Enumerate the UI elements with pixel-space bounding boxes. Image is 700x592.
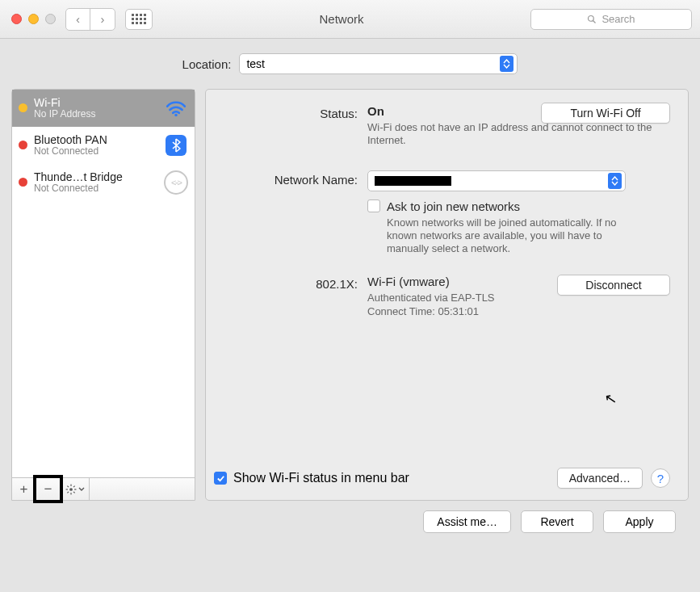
zoom-window-button [45,14,56,24]
assist-me-button[interactable]: Assist me… [423,510,511,533]
8021x-row: 802.1X: Wi-Fi (vmware) Authenticated via… [214,275,670,318]
sidebar-item-text: Bluetooth PAN Not Connected [34,133,157,157]
back-button[interactable]: ‹ [66,9,90,30]
wifi-icon [164,99,188,117]
remove-service-button[interactable]: − [36,478,61,500]
content-area: Location: test Wi-Fi No IP Address [0,39,700,543]
main-row: Wi-Fi No IP Address Bluetooth PAN Not Co… [11,89,689,501]
sidebar-item-status: Not Connected [34,183,157,195]
network-name-value [375,176,451,186]
svg-point-0 [589,15,594,21]
network-name-dropdown[interactable] [367,170,626,191]
svg-rect-4 [70,484,71,485]
8021x-connect-time: Connect Time: 05:31:01 [367,305,670,318]
add-service-button[interactable]: + [12,478,36,500]
bottom-buttons: Assist me… Revert Apply [11,501,689,533]
sidebar-item-name: Wi-Fi [34,96,157,109]
show-menu-bar-row: Show Wi-Fi status in menu bar [214,471,409,485]
8021x-profile-name: Wi-Fi (vmware) [367,275,450,288]
nav-back-forward: ‹ › [65,8,115,31]
location-value: test [246,57,500,70]
search-field[interactable]: Search [530,9,692,30]
svg-rect-10 [73,485,74,487]
minimize-window-button[interactable] [28,14,39,24]
network-name-label: Network Name: [214,170,367,187]
search-icon [587,15,597,24]
chevron-down-icon [78,487,85,491]
sidebar-footer: + − [12,477,195,500]
svg-rect-7 [74,489,76,489]
sidebar-item-name: Thunde…t Bridge [34,170,157,183]
status-value: On [367,104,384,118]
cursor-icon: ↖ [603,389,618,409]
svg-rect-11 [66,491,68,493]
ask-to-join-row: Ask to join new networks [367,199,670,213]
status-dot-icon [19,178,27,187]
svg-rect-6 [65,489,67,489]
help-button[interactable]: ? [651,468,670,488]
svg-point-3 [69,488,73,491]
panel-footer: Show Wi-Fi status in menu bar Advanced… … [214,468,670,489]
svg-line-1 [593,20,596,23]
sidebar-item-text: Wi-Fi No IP Address [34,96,157,120]
thunderbolt-icon: <···> [164,170,188,195]
sidebar-item-status: Not Connected [34,146,157,157]
8021x-label: 802.1X: [214,275,367,291]
service-actions-menu[interactable] [61,478,90,500]
sidebar-item-bluetooth-pan[interactable]: Bluetooth PAN Not Connected [12,127,195,164]
minus-icon: − [44,481,52,498]
traffic-lights [11,14,56,24]
detail-panel: Status: On Wi-Fi does not have an IP add… [205,89,689,501]
status-dot-icon [19,141,27,149]
show-all-prefs-button[interactable] [125,9,153,30]
ask-to-join-subtext: Known networks will be joined automatica… [367,216,618,256]
sidebar-item-status: No IP Address [34,109,157,120]
show-menu-bar-label: Show Wi-Fi status in menu bar [233,471,409,485]
status-row: Status: On Wi-Fi does not have an IP add… [214,104,670,148]
svg-rect-5 [70,493,71,494]
location-dropdown[interactable]: test [239,53,518,74]
close-window-button[interactable] [11,14,22,24]
network-name-row: Network Name: Ask to join new networks [214,170,670,256]
sidebar-item-wifi[interactable]: Wi-Fi No IP Address [12,90,195,127]
svg-rect-9 [73,491,74,493]
revert-button[interactable]: Revert [521,510,593,533]
bluetooth-icon [164,135,188,156]
svg-point-2 [174,114,177,116]
location-label: Location: [182,57,232,71]
search-placeholder: Search [601,13,635,25]
network-name-value-block: Ask to join new networks Known networks … [367,170,670,256]
status-subtext: Wi-Fi does not have an IP address and ca… [367,121,670,148]
sidebar-item-name: Bluetooth PAN [34,133,157,146]
ask-to-join-checkbox[interactable] [367,199,380,212]
sidebar-item-text: Thunde…t Bridge Not Connected [34,170,157,195]
services-sidebar: Wi-Fi No IP Address Bluetooth PAN Not Co… [11,89,195,501]
gear-icon [65,484,77,495]
window-titlebar: ‹ › Network Search [0,0,700,39]
sidebar-item-thunderbolt-bridge[interactable]: Thunde…t Bridge Not Connected <···> [12,164,195,201]
toggle-wifi-button[interactable]: Turn Wi-Fi Off [541,103,670,124]
apply-button[interactable]: Apply [603,510,676,533]
svg-rect-8 [66,485,68,487]
status-label: Status: [214,104,367,120]
advanced-button[interactable]: Advanced… [557,468,643,489]
dropdown-stepper-icon [608,173,622,189]
show-menu-bar-checkbox[interactable] [214,472,227,485]
8021x-disconnect-button[interactable]: Disconnect [557,275,670,296]
dropdown-stepper-icon [500,56,513,72]
ask-to-join-label: Ask to join new networks [387,199,520,213]
services-list: Wi-Fi No IP Address Bluetooth PAN Not Co… [12,90,195,477]
forward-button[interactable]: › [90,9,115,30]
status-dot-icon [19,103,27,112]
location-row: Location: test [11,53,689,74]
window-title: Network [162,12,521,26]
